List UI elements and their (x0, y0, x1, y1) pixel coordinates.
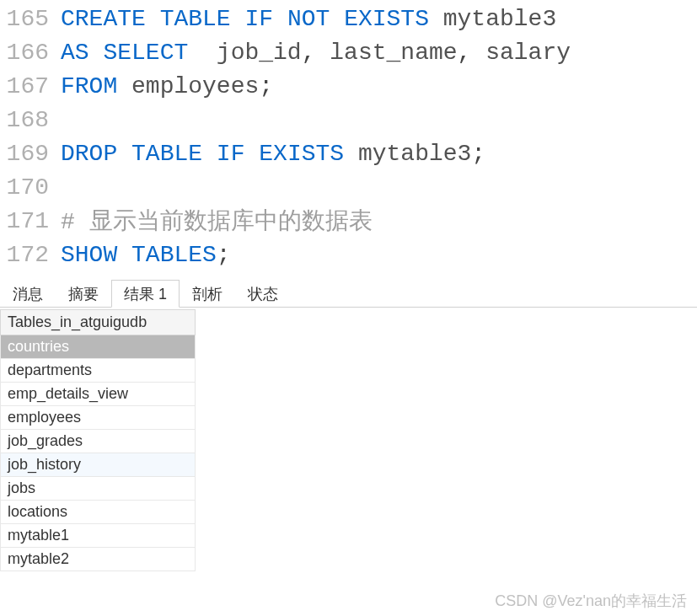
line-number: 168 (0, 107, 61, 133)
code-line[interactable]: 170 (0, 170, 697, 204)
code-content: FROM employees; (61, 73, 273, 99)
code-line[interactable]: 172 SHOW TABLES; (0, 238, 697, 271)
code-content: CREATE TABLE IF NOT EXISTS mytable3 (61, 6, 556, 32)
code-content: DROP TABLE IF EXISTS mytable3; (61, 141, 485, 167)
code-line[interactable]: 168 (0, 103, 697, 137)
code-line[interactable]: 169 DROP TABLE IF EXISTS mytable3; (0, 137, 697, 170)
code-content: # 显示当前数据库中的数据表 (61, 205, 373, 237)
sql-editor[interactable]: 165 CREATE TABLE IF NOT EXISTS mytable3 … (0, 0, 697, 271)
result-tabs: 消息 摘要 结果 1 剖析 状态 (0, 280, 697, 308)
tab-status[interactable]: 状态 (235, 280, 291, 308)
watermark: CSDN @Vez'nan的幸福生活 (495, 591, 687, 611)
table-row[interactable]: jobs (0, 477, 196, 501)
code-content: AS SELECT job_id, last_name, salary (61, 40, 571, 66)
table-row[interactable]: departments (0, 359, 196, 383)
code-line[interactable]: 171 # 显示当前数据库中的数据表 (0, 204, 697, 238)
code-content: SHOW TABLES; (61, 242, 231, 268)
column-header[interactable]: Tables_in_atguigudb (0, 309, 196, 335)
tab-messages[interactable]: 消息 (0, 280, 56, 308)
line-number: 169 (0, 141, 61, 167)
line-number: 170 (0, 174, 61, 201)
table-row[interactable]: emp_details_view (0, 383, 196, 406)
line-number: 166 (0, 40, 61, 66)
tab-profile[interactable]: 剖析 (180, 280, 235, 308)
table-row[interactable]: locations (0, 501, 196, 524)
table-row[interactable]: mytable2 (0, 548, 196, 571)
tab-summary[interactable]: 摘要 (56, 280, 111, 308)
table-row[interactable]: employees (0, 406, 196, 430)
result-grid[interactable]: Tables_in_atguigudb countries department… (0, 309, 196, 571)
cell-value: countries (8, 338, 69, 355)
line-number: 171 (0, 208, 61, 234)
line-number: 167 (0, 73, 61, 99)
table-row[interactable]: countries (0, 335, 196, 359)
code-line[interactable]: 165 CREATE TABLE IF NOT EXISTS mytable3 (0, 2, 697, 35)
table-row[interactable]: mytable1 (0, 524, 196, 548)
code-line[interactable]: 167 FROM employees; (0, 69, 697, 103)
line-number: 172 (0, 242, 61, 268)
table-row[interactable]: job_history (0, 453, 196, 477)
table-row[interactable]: job_grades (0, 430, 196, 453)
code-line[interactable]: 166 AS SELECT job_id, last_name, salary (0, 35, 697, 69)
line-number: 165 (0, 6, 61, 32)
tab-result-1[interactable]: 结果 1 (111, 280, 180, 308)
